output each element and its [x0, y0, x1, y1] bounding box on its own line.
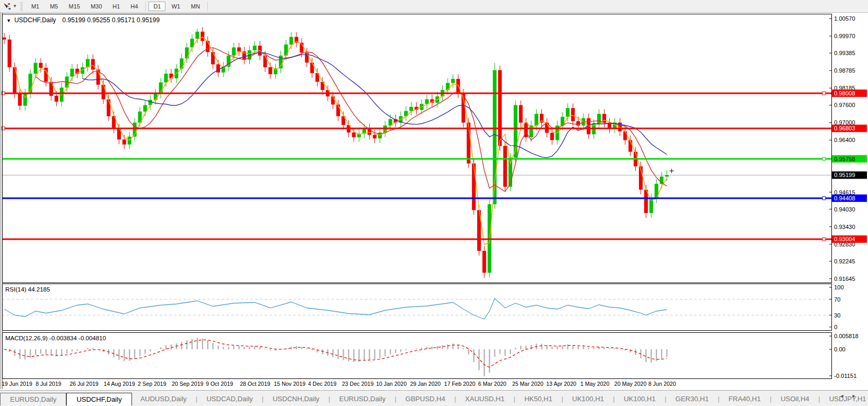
macd-histogram [4, 338, 667, 376]
chart-tab-fra40-h1[interactable]: FRA40,H1 [720, 393, 769, 405]
svg-text:0.93004: 0.93004 [834, 236, 855, 242]
svg-text:13 Apr 2020: 13 Apr 2020 [546, 381, 576, 387]
chart-tab-audusd-daily[interactable]: AUDUSD,Daily [132, 393, 195, 405]
tab-scroll-left-icon[interactable]: ◄ [839, 393, 852, 399]
current-price-tag: 0.95199 [832, 171, 867, 179]
chart-ohlc-values: 0.95199 0.95255 0.95171 0.95199 [63, 16, 160, 24]
svg-text:0: 0 [834, 324, 837, 330]
tab-separator: | [664, 395, 666, 403]
tab-separator: | [454, 395, 456, 403]
tab-separator: | [770, 395, 771, 403]
svg-text:0.95758: 0.95758 [834, 156, 855, 162]
price-tag-0-95758: 0.95758 [832, 155, 867, 163]
svg-text:14 Aug 2019: 14 Aug 2019 [104, 381, 135, 387]
pane-divider[interactable] [2, 330, 831, 333]
chart-dropdown-icon[interactable]: ▼ [6, 18, 11, 23]
pane-borders [3, 14, 832, 379]
tab-separator: | [262, 395, 264, 403]
svg-text:0.91645: 0.91645 [834, 276, 855, 282]
ma-fast-line [15, 37, 667, 244]
tab-separator: | [718, 395, 720, 403]
svg-text:29 Jan 2020: 29 Jan 2020 [410, 381, 441, 387]
svg-text:0.95199: 0.95199 [834, 172, 855, 178]
rsi-label: RSI(14) 44.2185 [5, 286, 50, 293]
tab-separator: | [328, 395, 330, 403]
svg-text:20 Sep 2019: 20 Sep 2019 [172, 381, 204, 387]
price-tag-0-94408: 0.94408 [832, 195, 867, 202]
hline-0-93004[interactable] [2, 237, 831, 241]
chart-tab-uk100-h1[interactable]: UK100,H1 [564, 393, 612, 405]
rsi-line [4, 298, 667, 319]
svg-text:1.00570: 1.00570 [834, 15, 855, 22]
svg-text:10 Jan 2020: 10 Jan 2020 [376, 381, 407, 387]
svg-text:0.98008: 0.98008 [834, 90, 855, 96]
macd-label: MACD(12,26,9) -0.003834 -0.004810 [5, 335, 106, 341]
last-bar-marker [670, 169, 674, 173]
tab-scroll-arrows: ◄► [839, 393, 864, 399]
svg-text:0.94615: 0.94615 [834, 189, 855, 196]
tab-separator: | [394, 395, 396, 403]
svg-text:26 Jul 2019: 26 Jul 2019 [69, 381, 98, 387]
chart-tab-hk50-h1[interactable]: HK50,H1 [516, 393, 561, 405]
svg-text:0.92245: 0.92245 [834, 258, 855, 264]
svg-text:8 Jun 2020: 8 Jun 2020 [648, 381, 676, 387]
tab-separator: | [613, 395, 615, 403]
svg-text:0.005818: 0.005818 [834, 333, 858, 339]
svg-text:20 May 2020: 20 May 2020 [615, 381, 647, 387]
chart-tab-eurusd-daily[interactable]: EURUSD,Daily [331, 393, 394, 405]
chart-tab-usoil-h4[interactable]: USOil,H4 [772, 393, 818, 405]
macd-signal-line [4, 340, 667, 367]
tab-separator: | [818, 395, 820, 403]
svg-text:0.99970: 0.99970 [834, 33, 855, 39]
svg-text:9 Oct 2019: 9 Oct 2019 [206, 381, 233, 387]
svg-text:1 May 2020: 1 May 2020 [580, 381, 609, 387]
svg-text:0.98785: 0.98785 [834, 67, 855, 74]
svg-text:8 Jul 2019: 8 Jul 2019 [36, 381, 62, 387]
tab-separator: | [562, 395, 563, 403]
svg-text:0.96803: 0.96803 [834, 125, 855, 131]
pane-divider[interactable] [2, 283, 831, 284]
svg-text:100: 100 [834, 284, 844, 290]
svg-text:0.96400: 0.96400 [834, 137, 855, 143]
svg-text:25 Mar 2020: 25 Mar 2020 [512, 381, 543, 387]
chart-tab-usdchf-daily[interactable]: USDCHF,Daily [66, 393, 131, 405]
svg-text:4 Dec 2019: 4 Dec 2019 [308, 381, 337, 387]
chart-tab-eurusd-daily[interactable]: EURUSD,Daily [0, 393, 66, 405]
chart-tab-bar: EURUSD,DailyUSDCHF,DailyAUDUSD,Daily|USD… [0, 390, 868, 406]
svg-text:0.99385: 0.99385 [834, 50, 855, 56]
price-tag-0-96803: 0.96803 [832, 125, 867, 132]
hline-0-96803[interactable] [2, 127, 831, 130]
svg-text:70: 70 [834, 296, 840, 303]
chart-title: ▼USDCHF,Daily0.95199 0.95255 0.95171 0.9… [6, 16, 160, 24]
window-chrome [0, 12, 868, 390]
svg-text:6 Mar 2020: 6 Mar 2020 [478, 381, 506, 387]
svg-text:0.93430: 0.93430 [834, 224, 855, 230]
svg-text:0.97600: 0.97600 [834, 102, 855, 108]
svg-text:28 Oct 2019: 28 Oct 2019 [240, 381, 270, 387]
price-tag-0-98008: 0.98008 [832, 90, 867, 97]
tab-separator: | [196, 395, 197, 403]
trading-app-window: ▼ M1M5M15M30H1H4D1W1MN 1.005700.999700.9… [0, 0, 868, 406]
hline-0-95758[interactable] [2, 157, 831, 161]
svg-text:15 Nov 2019: 15 Nov 2019 [274, 381, 306, 387]
price-tag-0-93004: 0.93004 [832, 235, 867, 243]
tab-separator: | [514, 395, 515, 403]
chart-tab-ger30-h1[interactable]: GER30,H1 [667, 393, 717, 405]
chart-tab-gbpusd-h4[interactable]: GBPUSD,H4 [397, 393, 454, 405]
candles [3, 27, 669, 278]
svg-text:19 Jun 2019: 19 Jun 2019 [2, 381, 32, 387]
chart-tab-usdcad-daily[interactable]: USDCAD,Daily [198, 393, 261, 405]
chart-tab-usdcnh-daily[interactable]: USDCNH,Daily [264, 393, 328, 405]
price-axis[interactable]: 1.005700.999700.993850.987850.981850.976… [829, 15, 867, 379]
svg-text:0.00: 0.00 [834, 346, 845, 352]
chart-tab-xauusd-h1[interactable]: XAUUSD,H1 [457, 393, 513, 405]
tab-scroll-right-icon[interactable]: ► [852, 393, 864, 399]
chart-canvas[interactable]: 1.005700.999700.993850.987850.981850.976… [0, 0, 868, 406]
hline-0-94408[interactable] [2, 197, 831, 200]
chart-symbol: USDCHF,Daily [14, 16, 56, 24]
chart-tab-uk100-h1[interactable]: UK100,H1 [615, 393, 664, 405]
time-axis[interactable]: 19 Jun 20198 Jul 201926 Jul 201914 Aug 2… [2, 381, 676, 387]
svg-text:23 Dec 2019: 23 Dec 2019 [342, 381, 374, 387]
rsi-pane [2, 298, 831, 319]
svg-text:30: 30 [834, 312, 840, 319]
